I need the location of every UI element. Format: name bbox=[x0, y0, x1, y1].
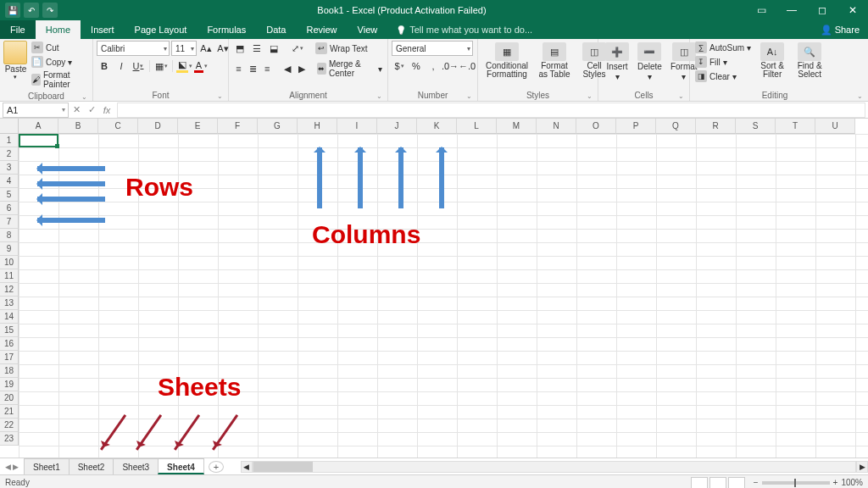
ribbon-options-icon[interactable]: ▭ bbox=[746, 0, 776, 20]
cancel-formula-icon[interactable]: ✕ bbox=[69, 103, 84, 118]
column-header[interactable]: Q bbox=[656, 119, 696, 134]
clear-button[interactable]: ◨Clear ▾ bbox=[693, 69, 753, 83]
number-format-combo[interactable]: General bbox=[392, 41, 473, 56]
page-layout-view-icon[interactable] bbox=[709, 477, 726, 489]
zoom-level[interactable]: 100% bbox=[841, 478, 863, 487]
sort-filter-button[interactable]: A↓Sort & Filter bbox=[754, 41, 790, 80]
row-header[interactable]: 18 bbox=[0, 364, 19, 378]
font-color-button[interactable]: A bbox=[193, 58, 209, 74]
minimize-icon[interactable]: ― bbox=[776, 0, 807, 20]
fx-icon[interactable]: fx bbox=[99, 103, 114, 118]
increase-indent-icon[interactable]: ▶ bbox=[295, 61, 308, 76]
active-cell[interactable] bbox=[19, 134, 58, 147]
column-header[interactable]: M bbox=[497, 119, 537, 134]
column-header[interactable]: P bbox=[616, 119, 656, 134]
row-header[interactable]: 6 bbox=[0, 202, 19, 215]
zoom-control[interactable]: −+ 100% bbox=[754, 478, 863, 487]
enter-formula-icon[interactable]: ✓ bbox=[84, 103, 99, 118]
redo-icon[interactable]: ↷ bbox=[42, 3, 58, 18]
format-as-table-button[interactable]: ▤Format as Table bbox=[534, 41, 575, 80]
tab-page-layout[interactable]: Page Layout bbox=[125, 20, 198, 39]
underline-button[interactable]: U bbox=[131, 58, 146, 74]
insert-cells-button[interactable]: ➕Insert▾ bbox=[602, 41, 632, 83]
column-header[interactable]: H bbox=[298, 119, 337, 134]
column-header[interactable]: F bbox=[218, 119, 258, 134]
wrap-text-button[interactable]: ↩Wrap Text bbox=[314, 42, 370, 55]
new-sheet-button[interactable]: + bbox=[209, 461, 224, 473]
column-header[interactable]: R bbox=[696, 119, 736, 134]
column-header[interactable]: K bbox=[417, 119, 457, 134]
border-button[interactable]: ▦ bbox=[153, 58, 169, 74]
save-icon[interactable]: 💾 bbox=[5, 3, 20, 18]
row-header[interactable]: 5 bbox=[0, 188, 19, 202]
row-header[interactable]: 21 bbox=[0, 405, 19, 419]
select-all-button[interactable] bbox=[0, 119, 19, 134]
row-header[interactable]: 15 bbox=[0, 324, 19, 337]
accounting-format-icon[interactable]: $ bbox=[392, 58, 407, 74]
row-header[interactable]: 2 bbox=[0, 147, 19, 161]
close-icon[interactable]: ✕ bbox=[837, 0, 868, 20]
tab-formulas[interactable]: Formulas bbox=[197, 20, 256, 39]
row-header[interactable]: 19 bbox=[0, 378, 19, 391]
align-top-icon[interactable]: ⬒ bbox=[232, 41, 248, 56]
fill-color-button[interactable]: ⬕ bbox=[176, 58, 192, 74]
row-header[interactable]: 11 bbox=[0, 269, 19, 283]
align-right-icon[interactable]: ≡ bbox=[261, 61, 274, 76]
sheet-tab[interactable]: Sheet3 bbox=[113, 458, 159, 474]
column-header[interactable]: U bbox=[815, 119, 855, 134]
decrease-indent-icon[interactable]: ◀ bbox=[281, 61, 293, 76]
row-header[interactable]: 22 bbox=[0, 419, 19, 432]
normal-view-icon[interactable] bbox=[691, 477, 708, 489]
comma-format-icon[interactable]: , bbox=[426, 58, 441, 74]
format-painter-button[interactable]: 🖌Format Painter bbox=[30, 69, 89, 90]
decrease-decimal-icon[interactable]: ←.0 bbox=[459, 58, 475, 74]
row-header[interactable]: 12 bbox=[0, 283, 19, 297]
align-bottom-icon[interactable]: ⬓ bbox=[266, 41, 281, 56]
column-header[interactable]: J bbox=[377, 119, 417, 134]
fill-button[interactable]: ↧Fill ▾ bbox=[693, 55, 753, 69]
share-button[interactable]: 👤 Share bbox=[812, 25, 868, 36]
column-header[interactable]: L bbox=[457, 119, 497, 134]
row-header[interactable]: 8 bbox=[0, 229, 19, 242]
row-header[interactable]: 1 bbox=[0, 134, 19, 147]
row-header[interactable]: 23 bbox=[0, 432, 19, 446]
align-middle-icon[interactable]: ☰ bbox=[249, 41, 264, 56]
delete-cells-button[interactable]: ➖Delete▾ bbox=[634, 41, 665, 83]
align-center-icon[interactable]: ≣ bbox=[247, 61, 259, 76]
tell-me-search[interactable]: Tell me what you want to do... bbox=[387, 25, 532, 35]
tab-view[interactable]: View bbox=[348, 20, 388, 39]
column-header[interactable]: I bbox=[337, 119, 377, 134]
row-header[interactable]: 13 bbox=[0, 297, 19, 310]
row-header[interactable]: 4 bbox=[0, 175, 19, 188]
undo-icon[interactable]: ↶ bbox=[24, 3, 39, 18]
row-header[interactable]: 16 bbox=[0, 337, 19, 351]
tab-data[interactable]: Data bbox=[256, 20, 296, 39]
row-header[interactable]: 7 bbox=[0, 215, 19, 229]
find-select-button[interactable]: 🔍Find & Select bbox=[792, 41, 827, 80]
row-header[interactable]: 10 bbox=[0, 256, 19, 269]
copy-button[interactable]: 📄Copy ▾ bbox=[30, 55, 89, 69]
align-left-icon[interactable]: ≡ bbox=[232, 61, 245, 76]
orientation-icon[interactable]: ⤢ bbox=[290, 41, 305, 56]
autosum-button[interactable]: ∑AutoSum ▾ bbox=[693, 41, 753, 54]
increase-decimal-icon[interactable]: .0→ bbox=[442, 58, 458, 74]
column-header[interactable]: C bbox=[98, 119, 138, 134]
column-header[interactable]: D bbox=[138, 119, 178, 134]
horizontal-scrollbar[interactable]: ◀▶ bbox=[241, 461, 868, 473]
row-header[interactable]: 14 bbox=[0, 310, 19, 324]
sheet-tab[interactable]: Sheet2 bbox=[69, 458, 114, 474]
column-header[interactable]: B bbox=[58, 119, 98, 134]
column-header[interactable]: T bbox=[776, 119, 815, 134]
sheet-nav[interactable]: ◀▶ bbox=[0, 463, 24, 471]
column-header[interactable]: S bbox=[736, 119, 776, 134]
font-name-combo[interactable]: Calibri bbox=[97, 41, 170, 56]
bold-button[interactable]: B bbox=[97, 58, 112, 74]
italic-button[interactable]: I bbox=[114, 58, 129, 74]
cut-button[interactable]: ✂Cut bbox=[30, 41, 89, 54]
column-header[interactable]: A bbox=[19, 119, 58, 134]
paste-button[interactable]: Paste ▾ bbox=[3, 41, 28, 80]
increase-font-icon[interactable]: A▴ bbox=[198, 41, 214, 56]
tab-home[interactable]: Home bbox=[36, 20, 81, 39]
row-header[interactable]: 9 bbox=[0, 242, 19, 256]
page-break-view-icon[interactable] bbox=[728, 477, 745, 489]
